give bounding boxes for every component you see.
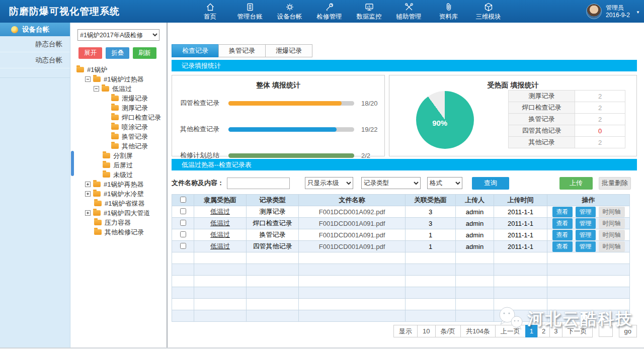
nav-item-2[interactable]: 管理台账 bbox=[230, 0, 270, 23]
nav-item-7[interactable]: 资料库 bbox=[429, 0, 468, 23]
user-box[interactable]: 管理员 2016-9-2 bbox=[586, 0, 630, 23]
batch-delete-button[interactable]: 批量删除 bbox=[599, 177, 631, 190]
tree-node-label: 低温过 bbox=[112, 84, 132, 94]
tree-panel: #1锅炉2017年A级检修 展开折叠刷新 #1锅炉#1锅炉过热器低温过泄爆记录测… bbox=[70, 23, 168, 348]
nav-item-3[interactable]: 设备台帐 bbox=[270, 0, 309, 23]
timeline-button[interactable]: 时间轴 bbox=[599, 207, 625, 217]
tree-node[interactable]: 测厚记录 bbox=[70, 103, 167, 113]
monitor-icon bbox=[364, 2, 374, 12]
checkbox-cell bbox=[172, 206, 194, 218]
ledger-icon bbox=[245, 2, 255, 12]
file-cell: F001DCD001A091.pdf bbox=[299, 241, 406, 252]
timeline-button[interactable]: 时间轴 bbox=[599, 230, 625, 240]
tab-3[interactable]: 泄爆记录 bbox=[265, 44, 312, 57]
surface-stats-row: 焊口检查记录2 bbox=[509, 102, 625, 114]
row-checkbox[interactable] bbox=[180, 220, 186, 226]
nav-item-8[interactable]: 三维模块 bbox=[468, 0, 508, 23]
surface-link[interactable]: 低温过 bbox=[210, 242, 230, 250]
tab-2[interactable]: 换管记录 bbox=[218, 44, 266, 57]
sidebar-item-1[interactable]: 设备台帐 bbox=[0, 23, 70, 36]
repair-plan-select[interactable]: #1锅炉2017年A级检修 bbox=[77, 29, 159, 41]
view-button[interactable]: 查看 bbox=[552, 230, 573, 240]
manage-button[interactable]: 管理 bbox=[576, 241, 596, 252]
folder-icon bbox=[93, 191, 101, 197]
sidebar-item-2[interactable]: 静态台帐 bbox=[0, 36, 70, 52]
upload-button[interactable]: 上传 bbox=[559, 177, 593, 190]
surface-link[interactable]: 低温过 bbox=[210, 219, 230, 227]
filter-row: 文件名称及内容： 只显示本级 记录类型 格式 查询 上传 批量删除 bbox=[172, 176, 637, 190]
timeline-button[interactable]: 时间轴 bbox=[599, 241, 625, 252]
view-button[interactable]: 查看 bbox=[552, 241, 573, 252]
empty-cell bbox=[172, 276, 194, 287]
empty-cell bbox=[547, 287, 630, 299]
expand-icon[interactable] bbox=[85, 191, 91, 197]
timeline-button[interactable]: 时间轴 bbox=[599, 218, 625, 229]
format-select[interactable]: 格式 bbox=[427, 177, 462, 189]
expand-icon[interactable] bbox=[85, 210, 91, 216]
actions-cell: 查看管理时间轴 bbox=[547, 206, 630, 218]
sidebar-item-3[interactable]: 动态台帐 bbox=[0, 52, 70, 68]
tree-node[interactable]: 其他记录 bbox=[70, 141, 167, 151]
filename-filter-input[interactable] bbox=[227, 178, 290, 189]
tree-node[interactable]: 压力容器 bbox=[70, 218, 167, 227]
surface-link[interactable]: 低温过 bbox=[210, 231, 230, 238]
surface-stat-label: 测厚记录 bbox=[509, 91, 575, 102]
page-size-unit-label: 条/页 bbox=[435, 325, 461, 337]
overall-stats-panel: 整体 填报统计 四管检查记录18/20其他检查记录19/22检修计划总结2/2 bbox=[172, 75, 385, 156]
tree-node[interactable]: #1锅炉 bbox=[70, 65, 167, 74]
manage-button[interactable]: 管理 bbox=[576, 218, 596, 229]
tree-button-2[interactable]: 折叠 bbox=[106, 47, 129, 59]
select-all-checkbox[interactable] bbox=[180, 197, 186, 203]
row-checkbox[interactable] bbox=[180, 208, 186, 214]
expand-icon[interactable] bbox=[85, 182, 91, 187]
nav-item-label: 资料库 bbox=[439, 13, 458, 21]
record-type-select[interactable]: 记录类型 bbox=[361, 177, 421, 189]
tree-node[interactable]: 后屏过 bbox=[70, 160, 167, 170]
tab-1[interactable]: 检查记录 bbox=[172, 44, 219, 57]
uploader-cell: admin bbox=[456, 241, 494, 252]
tree-node[interactable]: 焊口检查记录 bbox=[70, 113, 167, 122]
folder-icon bbox=[93, 76, 101, 82]
table-row bbox=[172, 252, 630, 264]
tree-node[interactable]: 换管记录 bbox=[70, 132, 167, 141]
tree-node[interactable]: 喷涂记录 bbox=[70, 122, 167, 132]
top-navbar: 防磨防爆可视化管理系统 首页管理台账设备台帐检修管理数据监控辅助管理资料库三维模… bbox=[0, 0, 644, 23]
nav-item-1[interactable]: 首页 bbox=[190, 0, 230, 23]
tree-node[interactable]: #1锅炉省煤器 bbox=[70, 199, 167, 208]
empty-cell bbox=[547, 264, 630, 276]
view-button[interactable]: 查看 bbox=[552, 207, 573, 217]
time-cell: 2011-1-1 bbox=[494, 218, 547, 229]
manage-button[interactable]: 管理 bbox=[576, 230, 596, 240]
tree-node[interactable]: #1锅炉再热器 bbox=[70, 180, 167, 189]
row-checkbox[interactable] bbox=[180, 231, 186, 237]
empty-cell bbox=[456, 276, 494, 287]
collapse-icon[interactable] bbox=[94, 86, 99, 92]
tree-scrollbar-thumb[interactable] bbox=[71, 151, 74, 176]
manage-button[interactable]: 管理 bbox=[576, 207, 596, 217]
scope-select[interactable]: 只显示本级 bbox=[305, 177, 353, 189]
nav-item-4[interactable]: 检修管理 bbox=[309, 0, 349, 23]
nav-item-5[interactable]: 数据监控 bbox=[349, 0, 389, 23]
empty-cell bbox=[247, 252, 299, 264]
user-menu-caret-icon[interactable]: ▼ bbox=[636, 10, 640, 15]
tree-node[interactable]: 其他检修记录 bbox=[70, 227, 167, 237]
tree-node[interactable]: #1锅炉过热器 bbox=[70, 74, 167, 84]
tree-node[interactable]: 分割屏 bbox=[70, 151, 167, 160]
avatar[interactable] bbox=[586, 4, 602, 19]
tree-node-label: #1锅炉再热器 bbox=[104, 180, 143, 189]
tree-node[interactable]: 低温过 bbox=[70, 84, 167, 94]
nav-item-6[interactable]: 辅助管理 bbox=[389, 0, 429, 23]
page-size-value[interactable]: 10 bbox=[417, 325, 435, 337]
tree-node[interactable]: #1锅炉四大管道 bbox=[70, 208, 167, 218]
surface-link[interactable]: 低温过 bbox=[210, 208, 230, 215]
tree-node[interactable]: 泄爆记录 bbox=[70, 94, 167, 103]
row-checkbox[interactable] bbox=[180, 243, 186, 249]
search-button[interactable]: 查询 bbox=[472, 177, 509, 190]
tree-button-1[interactable]: 展开 bbox=[78, 47, 102, 59]
tree-node[interactable]: #1锅炉水冷壁 bbox=[70, 189, 167, 199]
tree-button-3[interactable]: 刷新 bbox=[133, 47, 156, 59]
related-cell: 3 bbox=[406, 218, 456, 229]
collapse-icon[interactable] bbox=[85, 76, 91, 82]
tree-node[interactable]: 未级过 bbox=[70, 170, 167, 180]
view-button[interactable]: 查看 bbox=[552, 218, 573, 229]
